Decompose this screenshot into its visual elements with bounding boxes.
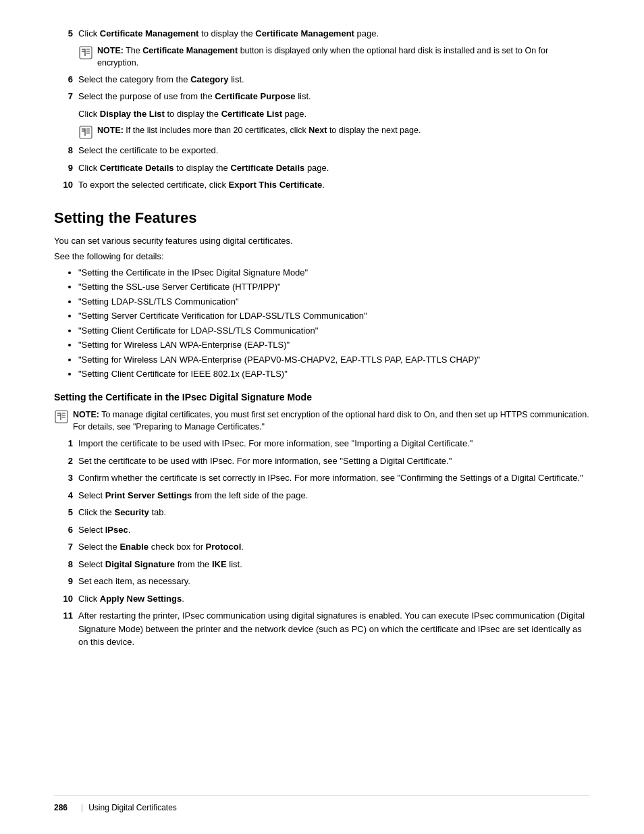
- note-icon-3: [54, 409, 69, 424]
- sub-step-7: 7 Select the Enable check box for Protoc…: [54, 540, 590, 554]
- sub-step-6: 6 Select IPsec.: [54, 523, 590, 537]
- note-2: NOTE: If the list includes more than 20 …: [78, 124, 590, 140]
- subsection-title: Setting the Certificate in the IPsec Dig…: [54, 390, 590, 405]
- footer-page-number: 286: [54, 802, 68, 814]
- display-list-bold: Display the List: [100, 109, 165, 119]
- display-list-substep: Click Display the List to display the Ce…: [78, 107, 590, 121]
- svg-rect-8: [55, 411, 68, 423]
- sub-step-num-7: 7: [54, 540, 73, 554]
- sub-step-num-9: 9: [54, 575, 73, 588]
- step-num-7: 7: [54, 90, 73, 103]
- apply-settings-bold: Apply New Settings: [100, 594, 182, 604]
- enable-bold: Enable: [119, 542, 149, 552]
- step-num-6: 6: [54, 73, 73, 86]
- list-item: "Setting the Certificate in the IPsec Di…: [78, 266, 590, 280]
- note-icon-2: [78, 125, 93, 140]
- cert-list-bold: Certificate List: [221, 109, 282, 119]
- feature-list: "Setting the Certificate in the IPsec Di…: [78, 266, 590, 381]
- ike-bold: IKE: [212, 559, 227, 569]
- note-2-text: NOTE: If the list includes more than 20 …: [97, 124, 421, 136]
- note-3-text: NOTE: To manage digital certificates, yo…: [73, 409, 590, 433]
- footer-separator: |: [81, 802, 83, 814]
- list-item: "Setting for Wireless LAN WPA-Enterprise…: [78, 338, 590, 352]
- cert-mgmt-bold2: Certificate Management: [255, 28, 354, 38]
- list-item: "Setting Server Certificate Verification…: [78, 309, 590, 323]
- note-1-text: NOTE: The Certificate Management button …: [97, 45, 590, 69]
- step-7: 7 Select the purpose of use from the Cer…: [54, 90, 590, 103]
- sub-step-9: 9 Set each item, as necessary.: [54, 575, 590, 588]
- sub-step-5: 5 Click the Security tab.: [54, 506, 590, 519]
- sub-step-num-3: 3: [54, 471, 73, 485]
- footer-label: Using Digital Certificates: [88, 802, 177, 814]
- step-5: 5 Click Certificate Management to displa…: [54, 27, 590, 41]
- section-title: Setting the Features: [54, 207, 590, 229]
- list-item: "Setting Client Certificate for IEEE 802…: [78, 367, 590, 381]
- section-intro-2: See the following for details:: [54, 250, 590, 263]
- sub-step-num-2: 2: [54, 454, 73, 468]
- step-num-9: 9: [54, 161, 73, 175]
- svg-rect-0: [80, 47, 92, 59]
- sub-step-2: 2 Set the certificate to be used with IP…: [54, 454, 590, 468]
- footer: 286 | Using Digital Certificates: [54, 796, 590, 814]
- sub-step-num-5: 5: [54, 506, 73, 519]
- step-10: 10 To export the selected certificate, c…: [54, 178, 590, 192]
- sub-step-num-11: 11: [54, 609, 73, 623]
- sub-step-1: 1 Import the certificate to be used with…: [54, 437, 590, 450]
- note-icon-1: [78, 45, 93, 60]
- sub-step-num-8: 8: [54, 558, 73, 571]
- list-item: "Setting LDAP-SSL/TLS Communication": [78, 295, 590, 309]
- cert-details-bold1: Certificate Details: [100, 163, 174, 173]
- step-6: 6 Select the category from the Category …: [54, 73, 590, 86]
- list-item: "Setting the SSL-use Server Certificate …: [78, 280, 590, 294]
- list-item: "Setting Client Certificate for LDAP-SSL…: [78, 324, 590, 338]
- sub-step-8: 8 Select Digital Signature from the IKE …: [54, 558, 590, 571]
- cert-purpose-bold: Certificate Purpose: [215, 91, 295, 101]
- sub-step-num-6: 6: [54, 523, 73, 537]
- sub-step-3: 3 Confirm whether the certificate is set…: [54, 471, 590, 485]
- list-item: "Setting for Wireless LAN WPA-Enterprise…: [78, 353, 590, 367]
- ipsec-bold: IPsec: [105, 525, 128, 535]
- sub-step-num-4: 4: [54, 489, 73, 502]
- print-server-bold: Print Server Settings: [105, 490, 192, 500]
- sub-step-11: 11 After restarting the printer, IPsec c…: [54, 609, 590, 649]
- sub-step-4: 4 Select Print Server Settings from the …: [54, 489, 590, 502]
- cert-mgmt-bold1: Certificate Management: [100, 28, 199, 38]
- security-tab-bold: Security: [114, 507, 149, 517]
- sub-step-10: 10 Click Apply New Settings.: [54, 592, 590, 606]
- step-num-10: 10: [54, 178, 73, 192]
- step-9: 9 Click Certificate Details to display t…: [54, 161, 590, 175]
- export-cert-bold: Export This Certificate: [229, 180, 323, 190]
- step-8: 8 Select the certificate to be exported.: [54, 144, 590, 157]
- note-3: NOTE: To manage digital certificates, yo…: [54, 409, 590, 433]
- svg-rect-4: [80, 126, 92, 138]
- digital-sig-bold: Digital Signature: [105, 559, 175, 569]
- step-num-5: 5: [54, 27, 73, 41]
- section-intro-1: You can set various security features us…: [54, 234, 590, 248]
- note-1: NOTE: The Certificate Management button …: [78, 45, 590, 69]
- sub-step-num-1: 1: [54, 437, 73, 450]
- step-num-8: 8: [54, 144, 73, 157]
- category-bold: Category: [190, 74, 228, 84]
- protocol-bold: Protocol: [206, 542, 242, 552]
- cert-details-bold2: Certificate Details: [230, 163, 304, 173]
- sub-step-num-10: 10: [54, 592, 73, 606]
